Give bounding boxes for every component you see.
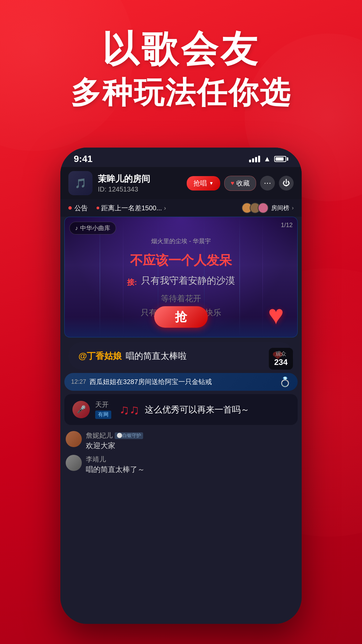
library-badge: ♪ 中华小曲库 (69, 222, 116, 234)
wifi-icon: ▲ (263, 155, 271, 163)
music-user-tag: 有网 (95, 411, 111, 419)
heart-decoration: ♥ (268, 300, 284, 330)
rank-avatar-3 (258, 203, 268, 213)
chat-item-2: 李靖儿 唱的简直太棒了～ (64, 455, 298, 475)
status-time: 9:41 (74, 154, 93, 164)
hero-section: 以歌会友 多种玩法任你选 (0, 27, 362, 111)
shoucang-label: 收藏 (236, 179, 250, 188)
room-avatar: 🎵 (68, 171, 93, 195)
music-user-name: 天开 (95, 400, 111, 409)
notice-right[interactable]: 房间榜 › (242, 203, 294, 213)
comment-bubble: @丁香姑娘 唱的简直太棒啦 ❤ (68, 342, 294, 370)
battery-icon (274, 156, 288, 162)
notice-arrow: › (164, 205, 166, 212)
shoucang-button[interactable]: ♥ 收藏 (224, 176, 256, 191)
hero-line1: 以歌会友 (20, 27, 342, 71)
hero-line2: 多种玩法任你选 (20, 74, 342, 111)
audience-count: 234 (274, 358, 288, 367)
song-progress-text: 1/12 (281, 222, 293, 228)
notice-left: 公告 (68, 204, 88, 213)
live-dot (97, 207, 99, 209)
comment-area: @丁香姑娘 唱的简直太棒啦 ❤ 观众 234 (64, 342, 298, 370)
chat-message-2: 唱的简直太棒了～ (86, 465, 296, 475)
grab-button-container: 抢 (154, 306, 208, 328)
karaoke-area: ♪ 中华小曲库 1/12 烟火里的尘埃 - 华晨宇 不应该一个人发呆 接: 只有… (64, 217, 298, 337)
gift-bar: 12:27 西瓜妞姐在3287房间送给阿宝一只金钻戒 💍 (64, 373, 298, 391)
music-user-avatar-emoji: 🎤 (77, 405, 86, 414)
chat-name-text-2: 李靖儿 (86, 455, 106, 464)
music-notes-icon: ♫♫ (119, 402, 139, 417)
music-user-info: 天开 有网 (95, 400, 111, 419)
chat-username-1: 詹妮妃儿 ⚪白银守护 (86, 431, 296, 440)
chat-name-text-1: 詹妮妃儿 (86, 431, 113, 440)
library-text: 中华小曲库 (80, 224, 110, 232)
rank-text: 房间榜 (271, 204, 289, 212)
chat-item-1: 詹妮妃儿 ⚪白银守护 欢迎大家 (64, 431, 298, 451)
chat-content-1: 詹妮妃儿 ⚪白银守护 欢迎大家 (86, 431, 296, 451)
chat-avatar-2 (66, 455, 82, 471)
chat-message-1: 欢迎大家 (86, 441, 296, 451)
signal-icon (249, 156, 260, 162)
room-info: 茉眸儿的房间 ID: 12451343 (98, 173, 181, 193)
room-header: 🎵 茉眸儿的房间 ID: 12451343 抢唱 ▼ ♥ 收藏 (60, 167, 302, 199)
gift-time: 12:27 (71, 378, 86, 385)
power-button[interactable]: ⏻ (279, 176, 294, 191)
notice-dot (68, 206, 72, 210)
app-background: 以歌会友 多种玩法任你选 9:41 ▲ (0, 0, 362, 644)
gift-icon: 💍 (279, 376, 291, 387)
music-suggestion-text: 这么优秀可以再来一首吗～ (145, 404, 290, 416)
comment-at-user: @丁香姑娘 (78, 350, 122, 362)
chat-badge-1: ⚪白银守护 (115, 432, 143, 439)
qiang-button[interactable]: 抢唱 ▼ (187, 176, 220, 191)
notice-content: 距离上一名差1500... (101, 204, 162, 213)
phone-mockup: 9:41 ▲ (60, 148, 302, 617)
song-title: 烟火里的尘埃 - 华晨宇 (75, 237, 287, 245)
notice-bar: 公告 距离上一名差1500... › 房间榜 › (60, 199, 302, 217)
audience-badge: 观众 234 (269, 348, 293, 370)
audience-label: 观众 (274, 351, 288, 358)
room-buttons: 抢唱 ▼ ♥ 收藏 ⋯ ⏻ (187, 176, 294, 191)
song-progress: 1/12 (281, 222, 293, 229)
lyrics-container: 烟火里的尘埃 - 华晨宇 不应该一个人发呆 接: 只有我守着安静的沙漠 等待着花… (65, 237, 297, 318)
phone-screen: 9:41 ▲ (60, 148, 302, 624)
status-bar: 9:41 ▲ (60, 148, 302, 167)
library-icon: ♪ (75, 225, 78, 232)
music-suggestion: 🎤 天开 有网 ♫♫ 这么优秀可以再来一首吗～ (64, 394, 298, 425)
lyric-next: 只有我守着安静的沙漠 (141, 274, 235, 287)
qiang-label: 抢唱 (193, 179, 207, 188)
phone-outer: 9:41 ▲ (60, 148, 302, 624)
more-button[interactable]: ⋯ (260, 176, 275, 191)
room-avatar-emoji: 🎵 (75, 178, 86, 189)
heart-icon: ♥ (231, 180, 234, 187)
rank-avatars (242, 203, 268, 213)
gift-text: 西瓜妞姐在3287房间送给阿宝一只金钻戒 (89, 377, 212, 386)
lyric-line3: 等待着花开 (75, 293, 287, 304)
rank-arrow: › (292, 205, 294, 211)
chat-username-2: 李靖儿 (86, 455, 296, 464)
music-user-avatar: 🎤 (72, 401, 90, 418)
grab-label: 抢 (175, 309, 187, 325)
lyric-current: 不应该一个人发呆 (75, 252, 287, 269)
comment-text: 唱的简直太棒啦 (126, 350, 187, 362)
room-id: ID: 12451343 (98, 185, 181, 193)
status-icons: ▲ (249, 155, 288, 163)
lyric-next-label: 接: (127, 277, 137, 287)
chat-content-2: 李靖儿 唱的简直太棒了～ (86, 455, 296, 475)
notice-label: 公告 (74, 204, 88, 213)
room-name: 茉眸儿的房间 (98, 173, 181, 185)
grab-button[interactable]: 抢 (154, 306, 208, 328)
chat-avatar-1 (66, 431, 82, 447)
chat-list: 詹妮妃儿 ⚪白银守护 欢迎大家 李靖儿 唱的简直太棒了～ (60, 428, 302, 481)
